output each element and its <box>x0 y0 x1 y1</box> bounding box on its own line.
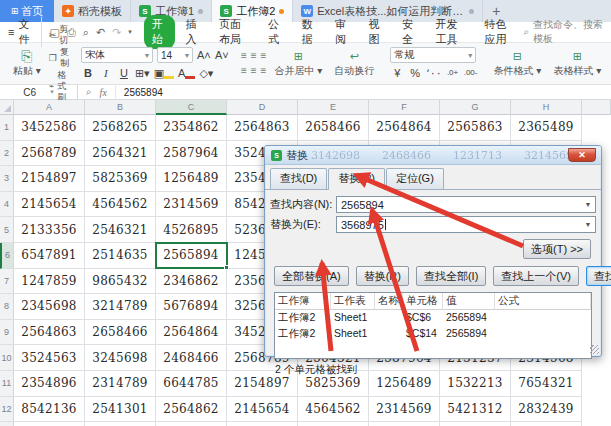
find-results-list[interactable]: 工作簿工作表名称单元格值公式 工作簿2Sheet1$C$62565894工作簿2… <box>274 292 592 359</box>
cell-B4[interactable]: 4564562 <box>85 192 156 218</box>
font-decrease-icon[interactable]: A˅ <box>215 48 229 62</box>
eraser-icon[interactable]: ◇▾ <box>199 66 213 80</box>
row-header-5[interactable]: 5 <box>0 217 14 243</box>
cell-B6[interactable]: 2514635 <box>85 243 156 269</box>
cell-C3[interactable]: 1256489 <box>156 166 227 192</box>
wrap-text-button[interactable]: ↩ 自动换行 <box>330 49 378 78</box>
dialog-button-查找下一个(F)[interactable]: 查找下一个(F) <box>586 266 611 286</box>
merge-center-button[interactable]: ⊞ 合并居中 ▾ <box>270 49 326 78</box>
cell-F12[interactable]: 2314569 <box>369 397 440 423</box>
resize-grip[interactable] <box>590 345 599 354</box>
cell-B13[interactable] <box>85 422 156 426</box>
cell-B1[interactable]: 2568265 <box>85 115 156 141</box>
column-header-A[interactable]: A <box>14 100 85 115</box>
result-column-工作簿[interactable]: 工作簿 <box>275 293 331 310</box>
align-middle-icon[interactable]: ≡ <box>251 50 257 62</box>
row-header-4[interactable]: 4 <box>0 192 14 218</box>
row-header-12[interactable]: 12 <box>0 397 14 423</box>
combo-arrow-icon[interactable]: ▼ <box>582 198 594 211</box>
font-size-select[interactable]: 14▾ <box>157 47 193 63</box>
align-right-icon[interactable]: ≡ <box>261 65 267 77</box>
dialog-button-查找上一个(V)[interactable]: 查找上一个(V) <box>493 266 579 286</box>
options-button[interactable]: 选项(T) >> <box>523 239 591 259</box>
tab-marker-dot[interactable] <box>279 9 284 14</box>
menu-item-页面布局[interactable]: 页面布局 <box>211 15 258 49</box>
menu-item-开始[interactable]: 开始 <box>144 15 176 49</box>
menu-item-审阅[interactable]: 审阅 <box>327 15 359 49</box>
align-left-icon[interactable]: ≡ <box>241 65 247 77</box>
cell-B11[interactable]: 2314789 <box>85 371 156 397</box>
row-header-8[interactable]: 8 <box>0 294 14 320</box>
undo-icon[interactable]: ↶ <box>96 26 105 39</box>
preview-icon[interactable]: ⌕ <box>83 26 89 39</box>
dialog-button-替换(R)[interactable]: 替换(R) <box>356 266 409 286</box>
dialog-close-button[interactable]: ✕ <box>568 148 596 162</box>
cell-E12[interactable]: 4564562 <box>298 397 369 423</box>
result-row[interactable]: 工作簿2Sheet1$C$62565894 <box>275 310 591 326</box>
number-format-select[interactable]: 常规▾ <box>390 47 476 63</box>
cell-C10[interactable]: 2468466 <box>156 345 227 371</box>
font-color-icon[interactable]: A <box>178 66 195 80</box>
cell-C9[interactable]: 2564864 <box>156 320 227 346</box>
dialog-tab-定位(G)[interactable]: 定位(G) <box>386 168 444 190</box>
cell-A13[interactable] <box>14 422 85 426</box>
name-box[interactable]: C6 ▾ <box>0 85 78 99</box>
cell-G1[interactable]: 2565863 <box>440 115 511 141</box>
cell-A6[interactable]: 6547891 <box>14 243 85 269</box>
cut-button[interactable]: ✂剪切 <box>49 24 69 46</box>
row-header-11[interactable]: 11 <box>0 371 14 397</box>
cell-A7[interactable]: 1247859 <box>14 269 85 295</box>
result-row[interactable]: 工作簿2Sheet1$C$142565894 <box>275 326 591 342</box>
dialog-button-查找全部(I)[interactable]: 查找全部(I) <box>416 266 486 286</box>
find-what-input[interactable]: 2565894 ▼ <box>336 196 596 213</box>
percent-icon[interactable]: % <box>408 66 422 80</box>
row-header-9[interactable]: 9 <box>0 320 14 346</box>
cell-B7[interactable]: 9865432 <box>85 269 156 295</box>
column-header-E[interactable]: E <box>298 100 369 115</box>
select-all-corner[interactable] <box>0 100 14 115</box>
increase-decimal-icon[interactable]: .0+ <box>446 66 460 80</box>
document-tab-稻壳模板[interactable]: ✦稻壳模板 <box>54 0 131 22</box>
formula-input[interactable]: 2565894 <box>116 87 163 98</box>
menu-item-数据[interactable]: 数据 <box>293 15 325 49</box>
dialog-tab-查找(D)[interactable]: 查找(D) <box>270 168 327 190</box>
cell-C6[interactable]: 2565894 <box>156 243 227 269</box>
font-name-select[interactable]: 宋体▾ <box>81 47 153 63</box>
cell-B9[interactable]: 2658466 <box>85 320 156 346</box>
cell-E13[interactable] <box>298 422 369 426</box>
cell-H12[interactable]: 2832439 <box>511 397 582 423</box>
cell-B12[interactable]: 2541301 <box>85 397 156 423</box>
tab-marker-dot[interactable] <box>198 9 203 14</box>
decrease-decimal-icon[interactable]: .00- <box>464 66 478 80</box>
fill-color-icon[interactable]: ▣ <box>154 66 174 80</box>
copy-button[interactable]: ❐复制 <box>49 47 69 69</box>
fx-icon[interactable]: fx <box>100 87 107 98</box>
cell-A1[interactable]: 3452586 <box>14 115 85 141</box>
cell-C13[interactable] <box>156 422 227 426</box>
result-column-名称[interactable]: 名称 <box>375 293 403 310</box>
row-header-10[interactable]: 10 <box>0 345 14 371</box>
cell-E1[interactable]: 2658466 <box>298 115 369 141</box>
redo-icon[interactable]: ↷ <box>112 26 121 39</box>
align-center-icon[interactable]: ≡ <box>251 65 257 77</box>
row-header-1[interactable]: 1 <box>0 115 14 141</box>
magnifier-icon[interactable]: ⌕ <box>86 86 92 98</box>
align-top-icon[interactable]: ≡ <box>241 50 247 62</box>
cell-A12[interactable]: 8542136 <box>14 397 85 423</box>
cell-C5[interactable]: 4526895 <box>156 217 227 243</box>
menu-item-开发工具[interactable]: 开发工具 <box>428 15 475 49</box>
cell-A10[interactable]: 3524563 <box>14 345 85 371</box>
more-commands-icon[interactable]: ▾ <box>128 28 132 36</box>
conditional-format-button[interactable]: ⊟ 条件格式 ▾ <box>490 49 546 78</box>
borders-icon[interactable]: ⊞▾ <box>135 66 150 80</box>
cell-C7[interactable]: 2346862 <box>156 269 227 295</box>
column-header-H[interactable]: H <box>511 100 582 115</box>
cell-A8[interactable]: 2345698 <box>14 294 85 320</box>
align-bottom-icon[interactable]: ≡ <box>261 50 267 62</box>
paste-button[interactable]: ⎘ 粘贴 ▾ <box>9 49 45 78</box>
row-header-6[interactable]: 6 <box>0 243 14 269</box>
cell-B8[interactable]: 3214789 <box>85 294 156 320</box>
result-column-值[interactable]: 值 <box>443 293 495 310</box>
cell-H13[interactable] <box>511 422 582 426</box>
dialog-titlebar[interactable]: S 替换 3142698246846612317133214569 ✕ <box>265 146 601 165</box>
